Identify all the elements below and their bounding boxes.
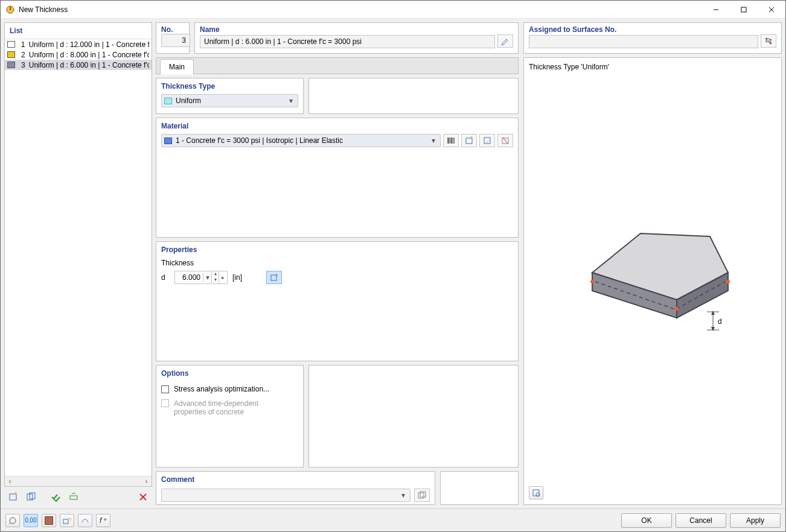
dimension-label: d	[718, 317, 722, 326]
cancel-button[interactable]: Cancel	[676, 513, 726, 528]
swatch-icon	[7, 51, 15, 58]
tab-main[interactable]: Main	[160, 59, 194, 75]
no-field: No.	[156, 22, 190, 54]
svg-rect-6	[10, 494, 16, 500]
dialog-body: List 1 Uniform | d : 12.000 in | 1 - Con…	[1, 19, 785, 508]
preview-settings-button[interactable]	[529, 486, 543, 499]
assigned-label: Assigned to Surfaces No.	[529, 25, 776, 34]
empty-panel	[308, 365, 519, 467]
svg-rect-9	[70, 496, 77, 499]
preview-canvas: d	[529, 71, 776, 486]
svg-rect-21	[418, 493, 424, 498]
assigned-field: Assigned to Surfaces No.	[523, 22, 782, 54]
svg-rect-40	[63, 519, 68, 524]
list-item-number: 2	[19, 51, 25, 59]
svg-rect-14	[450, 138, 453, 144]
check-all-button[interactable]	[48, 490, 63, 504]
svg-rect-3	[741, 7, 746, 12]
assign-button[interactable]	[60, 514, 74, 527]
edit-material-button[interactable]	[479, 134, 495, 147]
pick-thickness-button[interactable]	[266, 271, 282, 284]
color-button[interactable]	[42, 514, 56, 527]
name-field: Name	[194, 22, 519, 54]
chevron-down-icon[interactable]: ▾	[203, 273, 211, 282]
pick-surfaces-button[interactable]	[761, 34, 776, 48]
chevron-down-icon: ▾	[429, 136, 438, 145]
thickness-type-value: Uniform	[176, 97, 283, 105]
list-item-label: Uniform | d : 12.000 in | 1 - Concrete f…	[28, 40, 149, 49]
thickness-d-input[interactable]: ▾ ▴▾ ▸	[174, 271, 228, 284]
extra-button-1[interactable]	[78, 514, 92, 527]
help-button[interactable]	[5, 514, 20, 527]
copy-item-button[interactable]	[24, 490, 39, 504]
scroll-right-icon[interactable]: ›	[141, 477, 152, 487]
list-item[interactable]: 2 Uniform | d : 8.000 in | 1 - Concrete …	[5, 49, 152, 60]
comment-library-button[interactable]	[414, 489, 430, 502]
list-header: List	[5, 23, 152, 39]
thickness-type-panel: Thickness Type Uniform ▾	[156, 78, 304, 114]
svg-rect-15	[453, 138, 455, 144]
spinner-buttons[interactable]: ▴▾	[211, 271, 219, 283]
thickness-type-title: Thickness Type	[161, 82, 298, 94]
ok-button[interactable]: OK	[621, 513, 672, 528]
new-item-button[interactable]	[5, 490, 21, 504]
svg-marker-33	[711, 327, 715, 331]
svg-rect-17	[484, 138, 490, 144]
list-panel: List 1 Uniform | d : 12.000 in | 1 - Con…	[4, 22, 152, 487]
units-button[interactable]: 0,00	[24, 514, 38, 527]
list-item[interactable]: 3 Uniform | d : 6.000 in | 1 - Concrete …	[5, 60, 152, 70]
list-item-label: Uniform | d : 6.000 in | 1 - Concrete f'…	[29, 61, 149, 69]
name-input[interactable]	[200, 35, 495, 48]
swatch-icon	[164, 98, 172, 104]
delete-button[interactable]	[135, 490, 151, 504]
d-value[interactable]	[175, 271, 203, 283]
list-item-label: Uniform | d : 8.000 in | 1 - Concrete f'…	[29, 51, 149, 59]
thickness-preview-icon: d	[562, 200, 743, 357]
thickness-label: Thickness	[161, 259, 513, 267]
preview-panel: Thickness Type 'Uniform'	[523, 57, 782, 505]
chevron-down-icon: ▾	[399, 491, 407, 499]
material-value: 1 - Concrete f'c = 3000 psi | Isotropic …	[176, 136, 426, 145]
svg-rect-13	[447, 138, 450, 144]
reorder-button[interactable]	[66, 490, 81, 504]
maximize-button[interactable]	[730, 1, 758, 19]
material-library-button[interactable]	[443, 134, 459, 147]
extra-button-2[interactable]: f	[96, 514, 110, 527]
svg-point-29	[675, 307, 679, 311]
new-material-button[interactable]	[461, 134, 477, 147]
list-item[interactable]: 1 Uniform | d : 12.000 in | 1 - Concrete…	[5, 39, 152, 49]
unit-label: [in]	[232, 273, 242, 282]
svg-point-28	[590, 280, 594, 283]
no-input[interactable]	[161, 34, 190, 47]
option-label: Advanced time-dependent properties of co…	[174, 399, 283, 416]
options-panel: Options Stress analysis optimization... …	[156, 365, 304, 467]
scroll-left-icon[interactable]: ‹	[5, 477, 15, 487]
option-time-dependent: Advanced time-dependent properties of co…	[161, 399, 298, 416]
swatch-icon	[7, 62, 15, 68]
material-title: Material	[161, 122, 513, 134]
center-column: Main Thickness Type Uniform ▾	[156, 57, 519, 505]
horizontal-scrollbar[interactable]: ‹ ›	[5, 476, 152, 486]
delete-material-button[interactable]	[497, 134, 513, 147]
comment-combo[interactable]: ▾	[161, 489, 411, 502]
properties-title: Properties	[161, 245, 513, 258]
options-title: Options	[161, 369, 298, 381]
material-combo[interactable]: 1 - Concrete f'c = 3000 psi | Isotropic …	[161, 134, 441, 147]
minimize-button[interactable]	[702, 1, 730, 19]
apply-button[interactable]: Apply	[730, 513, 781, 528]
list-rows: 1 Uniform | d : 12.000 in | 1 - Concrete…	[5, 39, 152, 476]
material-panel: Material 1 - Concrete f'c = 3000 psi | I…	[156, 118, 519, 238]
close-button[interactable]	[758, 1, 785, 19]
comment-title: Comment	[161, 475, 430, 487]
list-item-number: 3	[19, 61, 25, 69]
preview-title: Thickness Type 'Uniform'	[529, 63, 776, 71]
assigned-input[interactable]	[529, 35, 758, 48]
step-button[interactable]: ▸	[219, 271, 227, 283]
svg-rect-22	[420, 492, 426, 497]
svg-point-30	[726, 280, 730, 283]
option-stress-analysis[interactable]: Stress analysis optimization...	[161, 385, 298, 393]
dialog-window: New Thickness List 1 Uniform | d : 12.00…	[0, 0, 786, 532]
edit-name-button[interactable]	[497, 34, 513, 48]
no-label: No.	[161, 25, 184, 34]
thickness-type-combo[interactable]: Uniform ▾	[161, 94, 298, 107]
